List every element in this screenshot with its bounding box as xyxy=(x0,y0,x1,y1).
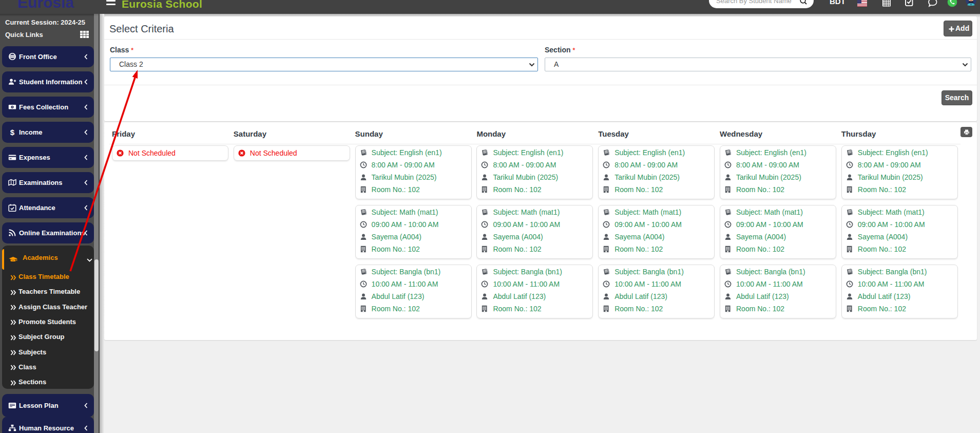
svg-text:$: $ xyxy=(10,128,15,136)
